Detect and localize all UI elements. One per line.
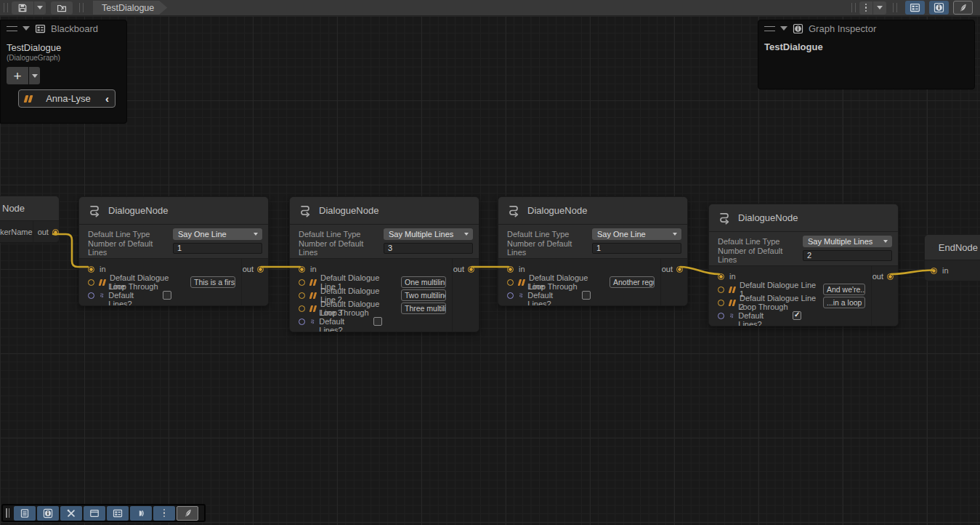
line-text-field[interactable]: Another regu <box>610 276 655 288</box>
graph-tab-label: TestDialogue <box>102 3 154 13</box>
dialogue-node-2[interactable]: DialogueNode Default Line Type Say Multi… <box>289 196 479 332</box>
loop-checkbox[interactable] <box>582 291 591 300</box>
blackboard-field-anna-lyse[interactable]: Anna-Lyse ‹ <box>18 89 116 108</box>
in-port-label: in <box>100 265 106 273</box>
num-lines-field[interactable]: 1 <box>173 243 262 254</box>
graph-inspector-panel: Graph Inspector TestDialogue <box>758 20 975 89</box>
graph-inspector-title: Graph Inspector <box>809 23 876 34</box>
drag-handle-icon[interactable] <box>764 26 775 31</box>
loop-port[interactable] <box>88 292 94 299</box>
line-type-dropdown[interactable]: Say Multiple Lines <box>384 228 473 240</box>
notes-button[interactable] <box>14 506 36 521</box>
quote-icon <box>729 300 735 306</box>
quote-icon <box>310 292 316 299</box>
collapse-chevron-icon[interactable]: ‹ <box>105 92 109 105</box>
in-port[interactable] <box>507 266 514 273</box>
in-port[interactable] <box>931 268 937 274</box>
end-node[interactable]: EndNode in <box>924 234 980 281</box>
quill-button[interactable] <box>177 506 198 521</box>
line-type-label: Default Line Type <box>718 237 803 246</box>
sound-button[interactable] <box>130 506 152 521</box>
out-port[interactable] <box>52 229 59 236</box>
save-options-button[interactable] <box>34 1 46 15</box>
num-lines-label: Number of Default Lines <box>507 239 592 257</box>
line-text-field[interactable]: One multiline <box>401 276 446 288</box>
in-port[interactable] <box>88 266 94 273</box>
foldout-caret-icon[interactable] <box>23 26 30 31</box>
line-text-field[interactable]: Three multili <box>401 302 446 314</box>
line-type-dropdown[interactable]: Say One Line <box>592 228 681 240</box>
blackboard-icon <box>35 23 46 34</box>
num-lines-label: Number of Default Lines <box>299 239 384 257</box>
toggle-blackboard-button[interactable] <box>905 1 925 15</box>
dialogue-flow-icon <box>932 241 933 254</box>
num-lines-value: 2 <box>807 251 811 260</box>
line-type-label: Default Line Type <box>88 230 173 239</box>
blackboard-graph-type: (DialogueGraph) <box>7 54 126 62</box>
dialogue-node-1[interactable]: DialogueNode Default Line Type Say One L… <box>78 196 269 306</box>
document-icon <box>20 508 30 518</box>
out-port[interactable] <box>257 266 264 273</box>
line-type-dropdown[interactable]: Say One Line <box>173 228 262 240</box>
save-button[interactable] <box>12 1 33 15</box>
graph-tab[interactable]: TestDialogue <box>93 1 167 15</box>
line-port[interactable] <box>718 300 724 306</box>
num-lines-field[interactable]: 1 <box>592 243 681 254</box>
loop-port[interactable] <box>299 318 305 325</box>
out-port[interactable] <box>676 266 683 273</box>
line-type-dropdown[interactable]: Say Multiple Lines <box>803 236 892 247</box>
info-button[interactable] <box>37 506 59 521</box>
overflow-caret-button[interactable] <box>873 1 886 15</box>
start-node[interactable]: Node kerName out <box>0 196 60 243</box>
overflow-menu-button[interactable] <box>859 1 872 15</box>
toggle-graph-inspector-button[interactable] <box>929 1 949 15</box>
num-lines-field[interactable]: 3 <box>384 243 473 254</box>
loop-port[interactable] <box>718 313 724 319</box>
tools-icon <box>66 508 76 518</box>
window-button[interactable] <box>84 506 105 521</box>
loop-checkbox[interactable] <box>793 311 801 320</box>
line-port[interactable] <box>718 286 724 293</box>
start-node-port-label: kerName <box>0 228 33 236</box>
add-variable-caret-button[interactable] <box>29 67 40 84</box>
line-text-field[interactable]: ...in a loop <box>823 297 865 308</box>
line-port[interactable] <box>299 305 305 312</box>
toggle-preview-button[interactable] <box>953 1 973 15</box>
out-port[interactable] <box>887 273 894 280</box>
loop-port[interactable] <box>507 292 514 299</box>
more-button[interactable] <box>153 506 175 521</box>
tools-button[interactable] <box>60 506 82 521</box>
loop-checkbox[interactable] <box>163 291 171 300</box>
loop-icon <box>729 310 734 321</box>
dialogue-node-4[interactable]: DialogueNode Default Line Type Say Multi… <box>708 204 899 326</box>
line-port[interactable] <box>299 279 305 286</box>
drag-handle-icon[interactable] <box>7 26 17 31</box>
out-port[interactable] <box>468 266 474 273</box>
line-type-label: Default Line Type <box>299 230 384 239</box>
dialogue-node-3[interactable]: DialogueNode Default Line Type Say One L… <box>498 196 688 306</box>
start-node-title: Node <box>2 203 25 214</box>
in-port-label: in <box>942 266 949 275</box>
loop-checkbox[interactable] <box>373 317 382 326</box>
num-lines-value: 3 <box>388 244 392 252</box>
in-port[interactable] <box>299 266 305 273</box>
add-variable-button[interactable]: + <box>7 67 28 84</box>
loop-label: Loop Through Default Lines? <box>319 308 369 332</box>
quote-icon <box>729 286 735 293</box>
line-text-field[interactable]: And we're... <box>823 284 865 295</box>
graph-inspector-selection: TestDialogue <box>764 41 974 52</box>
drag-handle-icon[interactable] <box>6 508 9 518</box>
line-port[interactable] <box>299 292 305 299</box>
line-port[interactable] <box>507 279 514 286</box>
line-port[interactable] <box>88 279 94 286</box>
in-port[interactable] <box>718 273 724 280</box>
blackboard-button[interactable] <box>107 506 129 521</box>
open-asset-button[interactable] <box>51 1 73 15</box>
line-text-field[interactable]: This is a first <box>190 276 235 288</box>
line-type-value: Say One Line <box>597 230 646 239</box>
out-port-label: out <box>872 272 883 281</box>
line-text-field[interactable]: Two multiline <box>401 289 446 301</box>
foldout-caret-icon[interactable] <box>780 26 787 31</box>
save-icon <box>17 3 28 13</box>
num-lines-field[interactable]: 2 <box>803 250 892 261</box>
